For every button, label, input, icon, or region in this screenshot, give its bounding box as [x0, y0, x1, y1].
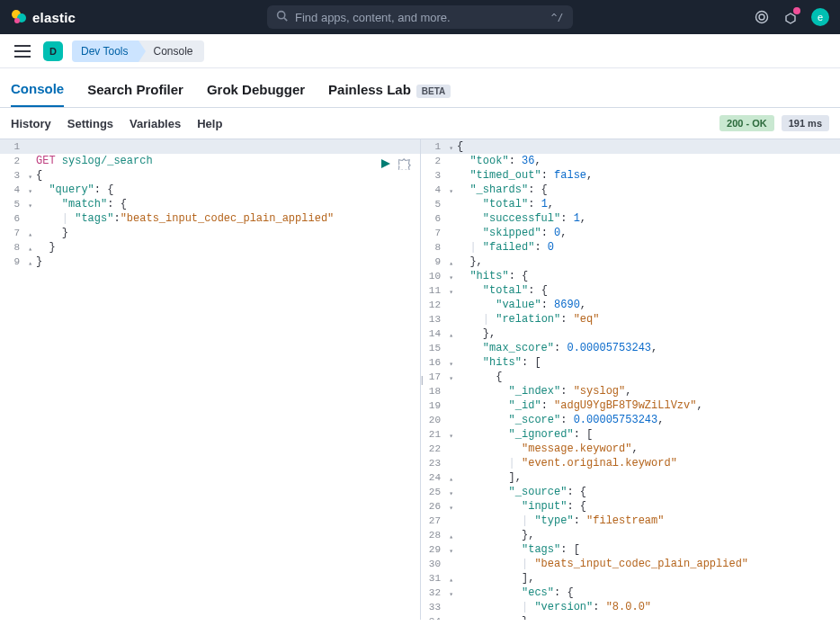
code-line[interactable]: 8▴ }: [0, 240, 420, 255]
fold-toggle-icon[interactable]: ▾: [28, 170, 32, 184]
code-line[interactable]: 8 | "failed": 0: [421, 240, 840, 255]
fold-toggle-icon[interactable]: ▾: [449, 587, 453, 602]
fold-toggle-icon[interactable]: ▾: [28, 184, 32, 199]
code-content: "_shards": {: [446, 183, 548, 197]
fold-toggle-icon[interactable]: ▾: [449, 271, 453, 285]
code-line[interactable]: 6 | "tags":"beats_input_codec_plain_appl…: [0, 211, 420, 226]
code-content: {: [446, 370, 502, 384]
fold-toggle-icon[interactable]: ▴: [449, 256, 453, 271]
code-line[interactable]: 5▾ "match": {: [0, 197, 420, 211]
code-line[interactable]: 1▾{: [421, 139, 840, 154]
elastic-logo-icon: [11, 9, 27, 25]
toolbar-history[interactable]: History: [11, 117, 51, 130]
brand-logo[interactable]: elastic: [11, 9, 76, 25]
fold-toggle-icon[interactable]: ▴: [28, 256, 32, 271]
code-line[interactable]: 30 | "beats_input_codec_plain_applied": [421, 557, 840, 571]
toolbar-help[interactable]: Help: [197, 117, 222, 130]
request-options-icon[interactable]: [398, 157, 411, 174]
timing-badge: 191 ms: [782, 115, 829, 131]
toolbar-variables[interactable]: Variables: [130, 117, 181, 130]
fold-toggle-icon[interactable]: ▾: [28, 199, 32, 213]
code-line[interactable]: 16▾ "hits": [: [421, 355, 840, 370]
fold-toggle-icon[interactable]: ▴: [28, 242, 32, 256]
code-line[interactable]: 4▾ "query": {: [0, 183, 420, 197]
line-number: 19: [421, 398, 446, 413]
fold-toggle-icon[interactable]: ▾: [449, 371, 453, 386]
fold-toggle-icon[interactable]: ▾: [449, 544, 453, 559]
code-line[interactable]: 12 "value": 8690,: [421, 298, 840, 312]
code-line[interactable]: 22 "message.keyword",: [421, 442, 840, 456]
code-line[interactable]: 15 "max_score": 0.00005753243,: [421, 341, 840, 355]
code-line[interactable]: 32▾ "ecs": {: [421, 586, 840, 600]
response-viewer[interactable]: 1▾{2 "took": 36,3 "timed_out": false,4▾ …: [420, 139, 840, 620]
fold-toggle-icon[interactable]: ▴: [28, 228, 32, 242]
code-line[interactable]: 28▴ },: [421, 528, 840, 542]
code-line[interactable]: 33 | "version": "8.0.0": [421, 600, 840, 614]
fold-toggle-icon[interactable]: ▾: [449, 429, 453, 443]
fold-toggle-icon[interactable]: ▾: [449, 487, 453, 501]
code-line[interactable]: 11▾ "total": {: [421, 283, 840, 298]
code-content: },: [446, 614, 534, 620]
code-line[interactable]: 34▴ },: [421, 614, 840, 620]
code-line[interactable]: 9▴}: [0, 255, 420, 269]
tab-painless-lab[interactable]: Painless LabBETA: [328, 82, 451, 106]
code-line[interactable]: 29▾ "tags": [: [421, 542, 840, 557]
code-line[interactable]: 7▴ }: [0, 226, 420, 240]
fold-toggle-icon[interactable]: ▴: [449, 328, 453, 343]
code-line[interactable]: 10▾ "hits": {: [421, 269, 840, 283]
code-line[interactable]: 2 "took": 36,: [421, 154, 840, 168]
code-content: "_ignored": [: [446, 427, 593, 442]
code-line[interactable]: 6 "successful": 1,: [421, 211, 840, 226]
run-request-icon[interactable]: [380, 158, 391, 174]
code-line[interactable]: 20 "_score": 0.00005753243,: [421, 413, 840, 427]
code-content: | "event.original.keyword": [446, 456, 677, 470]
line-number: 15: [421, 341, 446, 355]
tab-search-profiler[interactable]: Search Profiler: [87, 82, 183, 106]
code-line[interactable]: 27 | "type": "filestream": [421, 514, 840, 528]
code-line[interactable]: 4▾ "_shards": {: [421, 183, 840, 197]
code-line[interactable]: 13 | "relation": "eq": [421, 312, 840, 326]
space-selector[interactable]: D: [43, 41, 63, 61]
code-content: "message.keyword",: [446, 442, 639, 456]
fold-toggle-icon[interactable]: ▾: [449, 184, 453, 199]
code-line[interactable]: 3 "timed_out": false,: [421, 168, 840, 183]
code-line[interactable]: 23 | "event.original.keyword": [421, 456, 840, 470]
newsfeed-icon[interactable]: [782, 9, 799, 25]
fold-toggle-icon[interactable]: ▴: [449, 573, 453, 587]
code-line[interactable]: 3▾{: [0, 168, 420, 183]
fold-toggle-icon[interactable]: ▴: [449, 472, 453, 487]
fold-toggle-icon[interactable]: ▾: [449, 357, 453, 371]
code-line[interactable]: 14▴ },: [421, 326, 840, 341]
code-content: | "tags":"beats_input_codec_plain_applie…: [25, 211, 334, 226]
code-line[interactable]: 21▾ "_ignored": [: [421, 427, 840, 442]
fold-toggle-icon[interactable]: ▴: [449, 530, 453, 544]
code-line[interactable]: 5 "total": 1,: [421, 197, 840, 211]
line-number: 3: [421, 168, 446, 183]
fold-toggle-icon[interactable]: ▾: [449, 285, 453, 300]
tab-console[interactable]: Console: [11, 81, 64, 107]
tab-grok-debugger[interactable]: Grok Debugger: [207, 82, 305, 106]
fold-toggle-icon[interactable]: ▾: [449, 501, 453, 515]
code-line[interactable]: 19 "_id": "adgU9YgBF8T9wZiLlVzv",: [421, 398, 840, 413]
code-line[interactable]: 26▾ "input": {: [421, 499, 840, 514]
toolbar-settings[interactable]: Settings: [67, 117, 113, 130]
code-line[interactable]: 24▴ ],: [421, 470, 840, 485]
code-line[interactable]: 1: [0, 139, 420, 154]
code-line[interactable]: 2GET syslog/_search: [0, 154, 420, 168]
request-editor[interactable]: 12GET syslog/_search3▾{4▾ "query": {5▾ "…: [0, 139, 420, 620]
global-search[interactable]: Find apps, content, and more. ^/: [267, 5, 573, 29]
code-line[interactable]: 18 "_index": "syslog",: [421, 384, 840, 398]
user-avatar[interactable]: e: [811, 8, 829, 26]
breadcrumb-console[interactable]: Console: [139, 40, 203, 62]
code-line[interactable]: 17▾ {: [421, 370, 840, 384]
fold-toggle-icon[interactable]: ▾: [449, 141, 453, 156]
fold-toggle-icon[interactable]: ▴: [449, 616, 453, 620]
code-line[interactable]: 7 "skipped": 0,: [421, 226, 840, 240]
help-icon[interactable]: [754, 9, 770, 25]
code-line[interactable]: 9▴ },: [421, 255, 840, 269]
nav-toggle-icon[interactable]: [11, 40, 34, 63]
code-content: "query": {: [25, 183, 113, 197]
code-line[interactable]: 25▾ "_source": {: [421, 485, 840, 499]
breadcrumb-devtools[interactable]: Dev Tools: [72, 40, 139, 62]
code-line[interactable]: 31▴ ],: [421, 571, 840, 586]
